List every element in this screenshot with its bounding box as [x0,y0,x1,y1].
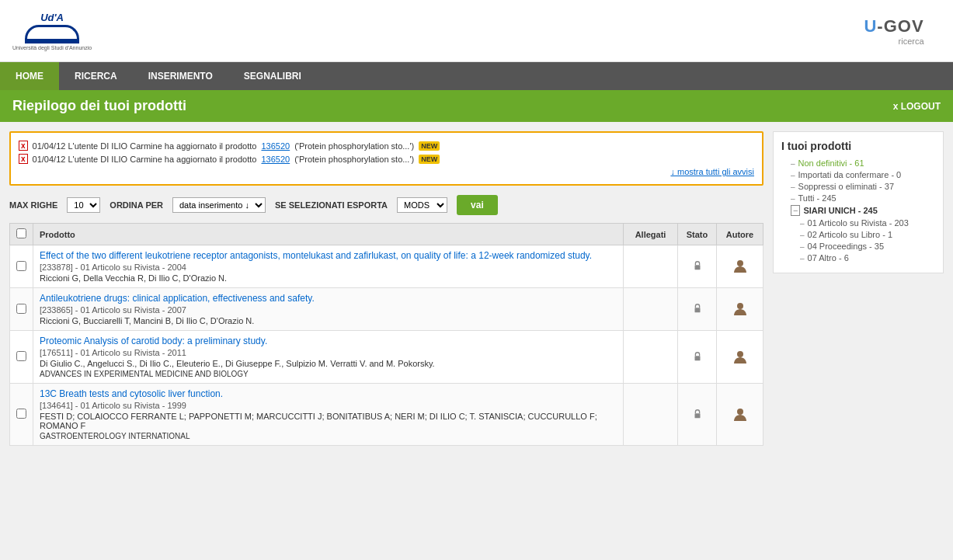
product-meta-2: [233865] - 01 Articolo su Rivista - 2007 [40,305,617,315]
tree-dash-icon-2: – [791,171,795,179]
nav-segnalibri[interactable]: SEGNALIBRI [228,62,317,90]
table-row: Effect of the two different leukotriene … [10,245,763,288]
notif-new-badge-2: NEW [419,155,440,164]
sidebar-item-articolo-libro: – 02 Articolo su Libro - 1 [781,230,935,239]
col-prodotto: Prodotto [33,224,624,245]
tree-minus-box-icon[interactable]: − [791,205,800,216]
product-title-4[interactable]: 13C Breath tests and cytosolic liver fun… [40,388,223,399]
esporta-select[interactable]: MODS BibTeX CSV [397,197,447,213]
sidebar-item-proceedings: – 04 Proceedings - 35 [781,242,935,251]
table-row: 13C Breath tests and cytosolic liver fun… [10,384,763,446]
select-all-checkbox[interactable] [16,228,26,238]
sidebar-label-soppressi: Soppressi o eliminati - 37 [798,182,895,191]
product-journal-4: GASTROENTEROLOGY INTERNATIONAL [40,432,617,440]
sidebar-label-articolo-libro: 02 Articolo su Libro - 1 [808,230,892,239]
max-righe-label: MAX RIGHE [9,200,57,210]
user-icon-4 [732,405,749,423]
product-stato-1 [678,245,717,288]
row-checkbox-2[interactable] [16,304,26,314]
product-autore-3 [717,331,763,384]
product-allegati-2 [624,288,678,331]
col-allegati: Allegati [624,224,678,245]
product-allegati-4 [624,384,678,446]
product-cell-3: Proteomic Analysis of carotid body: a pr… [33,331,624,384]
svg-point-7 [737,409,743,415]
tree-dash-icon-3: – [791,183,795,191]
notif-link-2[interactable]: 136520 [261,155,290,164]
row-checkbox-3[interactable] [16,351,26,361]
tree-dash-icon-7: – [800,242,805,251]
notif-close-1[interactable]: x [19,141,28,151]
product-title-1[interactable]: Effect of the two different leukotriene … [40,250,592,261]
ordina-per-label: ORDINA PER [110,200,163,210]
tree-dash-icon-1: – [791,159,795,168]
lock-icon-1 [692,260,703,271]
lock-icon-2 [692,303,703,314]
notif-row-1: x 01/04/12 L'utente DI ILIO Carmine ha a… [19,141,754,151]
notifications-box: x 01/04/12 L'utente DI ILIO Carmine ha a… [9,131,763,186]
notif-text-2: 01/04/12 L'utente DI ILIO Carmine ha agg… [33,155,257,164]
ugov-sub: ricerca [864,37,923,46]
product-allegati-1 [624,245,678,288]
sidebar-item-soppressi: – Soppressi o eliminati - 37 [781,182,935,191]
notif-close-2[interactable]: x [19,154,28,164]
logo-right: U-GOV ricerca [847,8,941,54]
notif-text-1: 01/04/12 L'utente DI ILIO Carmine ha agg… [33,141,257,151]
sidebar-tree: – Non definitivi - 61 – Importati da con… [781,158,935,263]
lock-icon-3 [692,351,703,362]
logo-text: Ud'A [40,12,64,23]
sidebar-item-altro: – 07 Altro - 6 [781,253,935,263]
product-title-3[interactable]: Proteomic Analysis of carotid body: a pr… [40,336,267,346]
product-cell-4: 13C Breath tests and cytosolic liver fun… [33,384,624,446]
col-stato: Stato [678,224,717,245]
svg-rect-0 [694,265,700,270]
tree-dash-icon-4: – [791,194,795,203]
svg-point-1 [737,260,743,266]
sidebar-title: I tuoi prodotti [781,140,935,152]
product-authors-2: Riccioni G, Bucciarelli T, Mancini B, Di… [40,316,617,325]
sidebar-label-proceedings: 04 Proceedings - 35 [808,242,884,251]
main-layout: x 01/04/12 L'utente DI ILIO Carmine ha a… [0,122,953,455]
nav-home[interactable]: HOME [0,62,59,90]
table-row: Antileukotriene drugs: clinical applicat… [10,288,763,331]
sidebar-label-articolo-rivista: 01 Articolo su Rivista - 203 [808,218,909,228]
tree-dash-icon-5: – [800,219,805,228]
logout-button[interactable]: x LOGOUT [893,101,941,112]
user-icon-3 [732,348,749,365]
controls-row: MAX RIGHE 10 20 50 ORDINA PER data inser… [9,195,763,215]
svg-rect-6 [694,413,700,418]
page-title: Riepilogo dei tuoi prodotti [12,98,186,114]
col-autore: Autore [717,224,763,245]
sidebar-item-non-definitivi[interactable]: – Non definitivi - 61 [781,158,935,168]
ugov-u: U [864,16,877,36]
notif-row-2: x 01/04/12 L'utente DI ILIO Carmine ha a… [19,154,754,164]
user-icon-2 [732,300,749,317]
product-authors-3: Di Giulio C., Angelucci S., Di Ilio C., … [40,359,617,368]
sidebar-label-tutti: Tutti - 245 [798,193,836,203]
notif-new-badge-1: NEW [419,141,440,151]
sidebar-box: I tuoi prodotti – Non definitivi - 61 – … [773,131,944,273]
svg-rect-4 [694,356,700,360]
product-title-2[interactable]: Antileukotriene drugs: clinical applicat… [40,293,315,304]
page-title-bar: Riepilogo dei tuoi prodotti x LOGOUT [0,90,953,122]
main-nav: HOME RICERCA INSERIMENTO SEGNALIBRI [0,62,953,90]
vai-button[interactable]: vai [457,195,498,215]
row-checkbox-4[interactable] [16,409,26,419]
row-checkbox-1[interactable] [16,261,26,271]
sidebar-link-non-definitivi[interactable]: Non definitivi - 61 [798,158,864,168]
ordina-per-select[interactable]: data inserimento ↓ titolo anno [172,197,266,213]
sidebar-item-articolo-rivista: – 01 Articolo su Rivista - 203 [781,218,935,228]
nav-inserimento[interactable]: INSERIMENTO [133,62,228,90]
sidebar-label-importati: Importati da confermare - 0 [798,170,902,179]
product-meta-3: [176511] - 01 Articolo su Rivista - 2011 [40,348,617,357]
lock-icon-4 [692,409,703,419]
sidebar-item-tutti: – Tutti - 245 [781,193,935,203]
product-meta-1: [233878] - 01 Articolo su Rivista - 2004 [40,263,617,272]
product-autore-2 [717,288,763,331]
nav-ricerca[interactable]: RICERCA [59,62,133,90]
product-autore-1 [717,245,763,288]
show-all-notices[interactable]: ↓ mostra tutti gli avvisi [19,167,754,176]
notif-link-1[interactable]: 136520 [261,141,290,151]
max-righe-select[interactable]: 10 20 50 [67,197,100,213]
product-meta-4: [134641] - 01 Articolo su Rivista - 1999 [40,401,617,410]
